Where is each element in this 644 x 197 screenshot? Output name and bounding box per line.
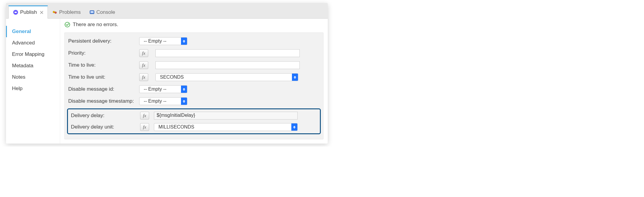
- tab-console[interactable]: Console: [85, 6, 119, 18]
- sidebar-item-metadata[interactable]: Metadata: [6, 60, 60, 71]
- close-icon[interactable]: [40, 11, 43, 14]
- row-delivery-delay-unit: Delivery delay unit: fx MILLISECONDS: [68, 121, 320, 133]
- body: General Advanced Error Mapping Metadata …: [6, 19, 328, 144]
- label-time-to-live-unit: Time to live unit:: [68, 74, 137, 80]
- select-disable-message-timestamp[interactable]: -- Empty --: [139, 97, 187, 105]
- select-persistent-delivery[interactable]: -- Empty --: [139, 37, 187, 45]
- label-persistent-delivery: Persistent delivery:: [68, 38, 137, 44]
- tab-label: Problems: [59, 9, 81, 15]
- ok-check-icon: [64, 22, 70, 28]
- fx-button[interactable]: fx: [139, 61, 148, 69]
- main-panel: There are no errors. Persistent delivery…: [60, 19, 328, 144]
- select-value: -- Empty --: [140, 98, 181, 105]
- chevron-updown-icon: [292, 73, 298, 81]
- input-time-to-live[interactable]: [155, 61, 300, 69]
- status-text: There are no errors.: [73, 22, 118, 28]
- sidebar-item-notes[interactable]: Notes: [6, 71, 60, 83]
- sidebar: General Advanced Error Mapping Metadata …: [6, 19, 60, 144]
- tab-publish[interactable]: Publish: [8, 5, 48, 19]
- tab-problems[interactable]: Problems: [48, 6, 85, 18]
- fx-button[interactable]: fx: [140, 123, 149, 131]
- editor-window: Publish Problems Console General Advance…: [6, 3, 328, 144]
- row-disable-message-timestamp: Disable message timestamp: -- Empty --: [65, 95, 323, 107]
- chevron-updown-icon: [181, 97, 187, 105]
- select-value: SECONDS: [156, 74, 292, 80]
- row-delivery-delay: Delivery delay: fx ${msgInitialDelay}: [68, 110, 320, 121]
- label-delivery-delay-unit: Delivery delay unit:: [69, 124, 138, 130]
- input-delivery-delay[interactable]: ${msgInitialDelay}: [154, 112, 298, 120]
- row-time-to-live-unit: Time to live unit: fx SECONDS: [65, 71, 323, 83]
- highlight-delivery-delay: Delivery delay: fx ${msgInitialDelay} De…: [67, 108, 321, 134]
- sidebar-item-label: Advanced: [12, 40, 35, 46]
- svg-point-2: [53, 11, 55, 13]
- problems-icon: [52, 10, 57, 15]
- sidebar-item-label: Notes: [12, 74, 25, 80]
- fx-button[interactable]: fx: [139, 73, 148, 81]
- select-value: -- Empty --: [140, 86, 181, 92]
- select-delivery-delay-unit[interactable]: MILLISECONDS: [154, 123, 298, 131]
- publish-icon: [13, 10, 18, 15]
- label-disable-message-id: Disable message id:: [68, 86, 137, 92]
- chevron-updown-icon: [291, 123, 297, 131]
- select-value: -- Empty --: [140, 38, 181, 44]
- svg-point-3: [55, 12, 57, 14]
- sidebar-item-error-mapping[interactable]: Error Mapping: [6, 49, 60, 60]
- svg-rect-1: [14, 12, 17, 13]
- row-time-to-live: Time to live: fx: [65, 59, 323, 71]
- sidebar-item-label: Metadata: [12, 63, 33, 68]
- input-priority[interactable]: [155, 49, 300, 57]
- label-time-to-live: Time to live:: [68, 62, 137, 68]
- tabbar: Publish Problems Console: [6, 3, 328, 19]
- tab-label: Publish: [20, 9, 37, 15]
- select-time-to-live-unit[interactable]: SECONDS: [155, 73, 298, 81]
- chevron-updown-icon: [181, 85, 187, 93]
- chevron-updown-icon: [181, 37, 187, 45]
- sidebar-item-label: Help: [12, 86, 23, 91]
- form-panel: Persistent delivery: -- Empty -- Priorit…: [64, 32, 324, 139]
- svg-rect-5: [90, 11, 94, 13]
- row-priority: Priority: fx: [65, 47, 323, 59]
- row-disable-message-id: Disable message id: -- Empty --: [65, 83, 323, 95]
- console-icon: [89, 10, 95, 15]
- sidebar-item-general[interactable]: General: [6, 26, 60, 37]
- row-persistent-delivery: Persistent delivery: -- Empty --: [65, 35, 323, 47]
- sidebar-item-advanced[interactable]: Advanced: [6, 37, 60, 49]
- label-delivery-delay: Delivery delay:: [69, 113, 138, 119]
- tab-label: Console: [97, 9, 115, 15]
- label-disable-message-timestamp: Disable message timestamp:: [68, 98, 137, 104]
- sidebar-item-label: Error Mapping: [12, 51, 44, 57]
- fx-button[interactable]: fx: [140, 112, 149, 120]
- sidebar-item-label: General: [12, 29, 31, 34]
- select-value: MILLISECONDS: [154, 124, 291, 130]
- status-row: There are no errors.: [60, 19, 328, 31]
- sidebar-item-help[interactable]: Help: [6, 83, 60, 94]
- select-disable-message-id[interactable]: -- Empty --: [139, 85, 187, 93]
- fx-button[interactable]: fx: [139, 49, 148, 57]
- label-priority: Priority:: [68, 50, 137, 56]
